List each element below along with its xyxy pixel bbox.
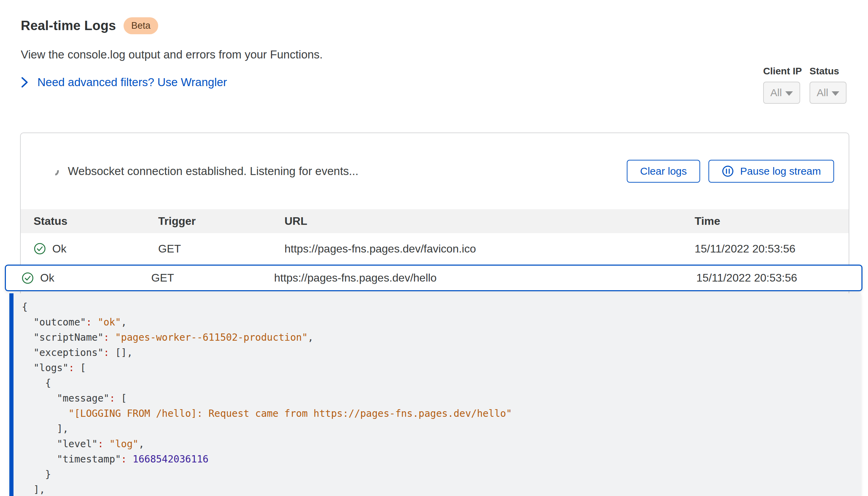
client-ip-filter-value: All xyxy=(770,87,782,99)
row-time: 15/11/2022 20:53:56 xyxy=(696,272,861,284)
row-status: Ok xyxy=(21,272,151,284)
client-ip-filter-select[interactable]: All xyxy=(763,82,800,104)
check-circle-icon xyxy=(21,272,34,284)
websocket-status: Websocket connection established. Listen… xyxy=(50,165,627,178)
clear-logs-label: Clear logs xyxy=(640,165,687,177)
websocket-status-text: Websocket connection established. Listen… xyxy=(68,165,359,178)
realtime-logs-page: Real-time Logs Beta View the console.log… xyxy=(0,0,868,496)
page-title: Real-time Logs xyxy=(21,18,116,33)
log-toolbar: Websocket connection established. Listen… xyxy=(21,133,849,209)
log-table-header: Status Trigger URL Time xyxy=(21,209,849,233)
status-filter-value: All xyxy=(817,87,828,99)
chevron-down-icon xyxy=(832,91,839,96)
row-status: Ok xyxy=(34,242,158,255)
client-ip-filter-label: Client IP xyxy=(763,66,802,77)
pause-log-stream-button[interactable]: Pause log stream xyxy=(708,160,834,183)
wrangler-filters-link[interactable]: Need advanced filters? Use Wrangler xyxy=(21,76,323,89)
column-header-url: URL xyxy=(284,215,695,228)
clear-logs-button[interactable]: Clear logs xyxy=(627,160,700,183)
page-header: Real-time Logs Beta View the console.log… xyxy=(21,17,323,89)
toolbar-buttons: Clear logs Pause log stream xyxy=(627,160,834,183)
beta-badge: Beta xyxy=(124,17,158,34)
filters: Client IP All Status All xyxy=(763,66,847,104)
row-status-label: Ok xyxy=(40,272,54,284)
log-row-hello-selected[interactable]: Ok GET https://pages-fns.pages.dev/hello… xyxy=(5,265,862,291)
row-url: https://pages-fns.pages.dev/hello xyxy=(274,272,696,284)
pause-icon xyxy=(722,165,734,177)
client-ip-filter-group: Client IP All xyxy=(763,66,802,104)
spinner-icon xyxy=(48,165,61,177)
row-trigger: GET xyxy=(151,272,274,284)
column-header-status: Status xyxy=(34,215,158,228)
wrangler-link-label: Need advanced filters? Use Wrangler xyxy=(37,76,227,89)
check-circle-icon xyxy=(34,242,46,255)
status-filter-group: Status All xyxy=(810,66,847,104)
status-filter-select[interactable]: All xyxy=(810,82,847,104)
row-time: 15/11/2022 20:53:56 xyxy=(695,242,849,255)
chevron-down-icon xyxy=(785,91,793,96)
pause-log-stream-label: Pause log stream xyxy=(740,165,821,177)
row-url: https://pages-fns.pages.dev/favicon.ico xyxy=(284,242,695,255)
row-trigger: GET xyxy=(158,242,284,255)
status-filter-label: Status xyxy=(810,66,847,77)
row-status-label: Ok xyxy=(52,242,66,255)
column-header-time: Time xyxy=(695,215,849,228)
log-row-favicon[interactable]: Ok GET https://pages-fns.pages.dev/favic… xyxy=(21,233,849,264)
chevron-right-icon xyxy=(21,76,28,88)
log-detail-panel: { "outcome": "ok", "scriptName": "pages-… xyxy=(9,293,861,496)
page-subtitle: View the console.log output and errors f… xyxy=(21,48,323,61)
log-json: { "outcome": "ok", "scriptName": "pages-… xyxy=(13,293,861,496)
column-header-trigger: Trigger xyxy=(158,215,284,228)
